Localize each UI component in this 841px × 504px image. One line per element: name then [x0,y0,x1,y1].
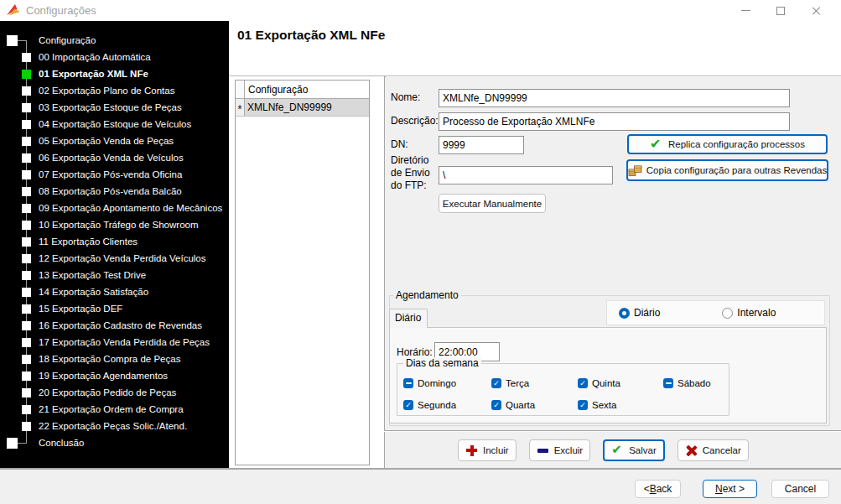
sidebar-step-item[interactable]: 04 Exportação Estoque de Veículos [0,116,229,132]
sidebar-step-item[interactable]: 01 Exportação XML NFe [0,65,229,82]
sidebar-step-item[interactable]: 05 Exportação Venda de Peças [0,132,229,149]
sidebar-step-item[interactable]: Configuração [0,32,229,49]
step-square-icon [22,254,31,263]
sidebar-step-item[interactable]: 11 Exportação Clientes [0,233,229,250]
close-button[interactable] [803,0,828,21]
dias-da-semana-group: Dias da semana Domingo Terça [397,363,729,416]
sidebar-step-item[interactable]: 14 Exportação Satisfação [0,283,229,300]
checkbox-icon [403,400,413,410]
record-action-button[interactable]: Excluir [529,439,591,461]
package-boxes-icon [628,164,642,177]
sidebar-step-label: 13 Exportação Test Drive [39,270,146,280]
descricao-input[interactable] [439,112,790,131]
nome-input[interactable] [439,89,790,107]
checkbox-icon [663,378,673,388]
step-square-icon [22,221,31,230]
sidebar-step-item[interactable]: 10 Exportação Tráfego de Showroom [0,216,229,233]
record-action-button[interactable]: Incluir [458,439,517,461]
sidebar-step-item[interactable]: 17 Exportação Venda Perdida de Peças [0,334,229,351]
sidebar-step-item[interactable]: 12 Exportação Venda Perdida Veículos [0,250,229,267]
agendamento-group-label: Agendamento [393,289,461,301]
executar-manualmente-button[interactable]: Executar Manualmente [439,194,546,213]
schedule-mode-radio[interactable]: Diário [619,307,660,319]
action-icon [611,444,624,457]
record-action-button[interactable]: Cancelar [677,439,749,461]
sidebar-step-label: 09 Exportação Apontamento de Mecânicos [39,203,222,213]
sidebar-step-label: 12 Exportação Venda Perdida Veículos [39,253,205,263]
page-title: 01 Exportação XML NFe [237,28,385,43]
weekday-checkbox[interactable]: Quinta [578,377,663,388]
step-square-icon [22,120,31,129]
sidebar-step-label: 16 Exportação Cadastro de Revendas [39,320,202,330]
weekday-checkbox[interactable]: Segunda [403,399,491,410]
detail-panel: Nome: Descrição: DN: Replica configuraçã… [385,77,841,430]
weekday-checkbox[interactable]: Quarta [491,399,578,410]
dn-input[interactable] [439,136,524,154]
minimize-button[interactable] [733,0,758,21]
grid-column-header[interactable]: Configuração [245,81,308,98]
sidebar-step-item[interactable]: 22 Exportação Peças Solic./Atend. [0,418,229,434]
sidebar-step-label: Conclusão [39,438,84,448]
sidebar-step-label: 20 Exportação Pedido de Peças [39,387,176,397]
sidebar-step-item[interactable]: 13 Exportação Test Drive [0,267,229,283]
next-button[interactable]: Next > [703,480,757,498]
sidebar-step-label: 21 Exportação Ordem de Compra [39,404,184,414]
titlebar: Configurações [0,0,841,21]
sidebar-step-item[interactable]: 18 Exportação Compra de Peças [0,351,229,367]
sidebar-step-label: 19 Exportação Agendamentos [39,371,168,381]
diretorio-ftp-input[interactable] [439,166,613,184]
weekday-label: Quinta [592,378,620,388]
step-square-icon [22,86,31,96]
sidebar-step-label: 04 Exportação Estoque de Veículos [39,119,191,129]
copia-config-button[interactable]: Copia configuração para outras Revendas [626,159,828,181]
step-square-icon [22,271,31,280]
step-square-icon [22,338,31,347]
row-value[interactable]: XMLNfe_DN99999 [245,99,369,116]
step-square-icon [7,35,18,46]
sidebar-step-label: 03 Exportação Estoque de Peças [39,102,182,112]
row-marker: * [236,99,245,116]
weekday-checkbox[interactable]: Domingo [403,377,491,388]
tab-diario[interactable]: Diário [389,309,428,328]
diretorio-label: Diretório de Envio do FTP: [391,154,439,192]
sidebar-step-item[interactable]: 02 Exportação Plano de Contas [0,82,229,99]
checkbox-icon [491,378,501,388]
weekday-checkbox[interactable]: Sexta [578,399,663,410]
sidebar-step-item[interactable]: 08 Exportação Pós-venda Balcão [0,183,229,200]
action-label: Salvar [629,445,657,455]
sidebar-step-item[interactable]: 16 Exportação Cadastro de Revendas [0,317,229,334]
sidebar-step-item[interactable]: 06 Exportação Venda de Veículos [0,149,229,166]
step-square-icon [22,70,31,79]
step-square-icon [22,372,31,381]
sidebar-step-label: 10 Exportação Tráfego de Showroom [39,220,199,230]
sidebar-step-item[interactable]: 03 Exportação Estoque de Peças [0,99,229,116]
grid-header-row[interactable]: Configuração [236,81,369,99]
grid-row[interactable]: * XMLNfe_DN99999 [236,99,369,117]
weekday-checkbox[interactable]: Terça [491,377,578,388]
configuration-list-panel: Configuração * XMLNfe_DN99999 [229,77,384,468]
weekday-checkbox[interactable]: Sábado [663,377,724,388]
back-button[interactable]: < Back [635,480,681,498]
sidebar-step-item[interactable]: 00 Importação Automática [0,49,229,65]
replica-config-button[interactable]: Replica configuração processos [627,134,828,154]
sidebar-step-label: Configuração [39,35,96,45]
step-square-icon [22,170,31,179]
radio-icon [619,308,630,319]
sidebar-step-item[interactable]: 15 Exportação DEF [0,300,229,317]
record-actions: Incluir Excluir Salvar Cancelar [385,432,841,468]
wizard-step-sidebar: Configuração 00 Importação Automática 01… [0,21,229,468]
schedule-mode-radio[interactable]: Intervalo [722,307,776,319]
record-action-button[interactable]: Salvar [603,439,665,461]
maximize-button[interactable] [768,0,793,21]
step-square-icon [22,388,31,397]
grid-marker-column-header [236,81,245,98]
step-square-icon [22,422,31,431]
sidebar-step-item[interactable]: 09 Exportação Apontamento de Mecânicos [0,200,229,216]
sidebar-step-item[interactable]: 07 Exportação Pós-venda Oficina [0,166,229,183]
sidebar-step-item[interactable]: 20 Exportação Pedido de Peças [0,384,229,401]
sidebar-step-label: 15 Exportação DEF [39,304,122,314]
sidebar-step-item[interactable]: 21 Exportação Ordem de Compra [0,401,229,418]
sidebar-step-item[interactable]: Conclusão [0,434,229,451]
sidebar-step-item[interactable]: 19 Exportação Agendamentos [0,367,229,384]
cancel-button[interactable]: Cancel [771,480,829,498]
